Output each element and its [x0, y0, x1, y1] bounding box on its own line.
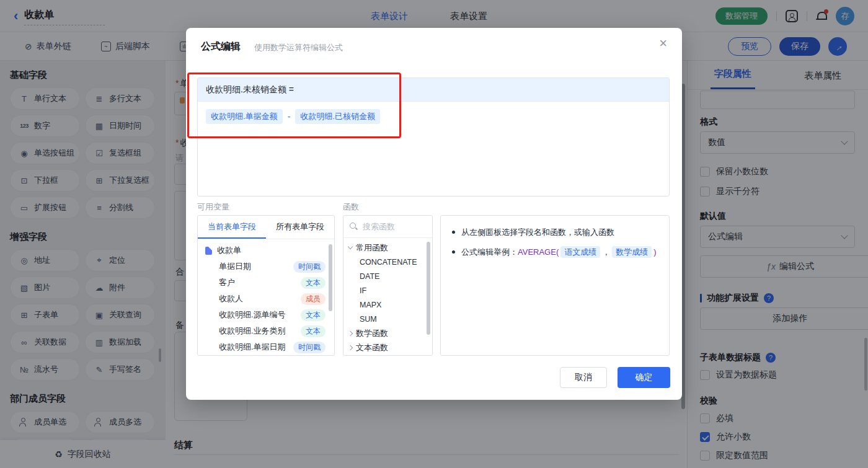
function-group-common[interactable]: 常用函数: [343, 241, 432, 255]
function-group-math[interactable]: 数学函数: [343, 326, 432, 340]
type-badge: 成员: [301, 293, 326, 305]
modal-subtitle: 使用数学运算符编辑公式: [254, 42, 343, 53]
variables-panel: 当前表单字段 所有表单字段 收款单 单据日期时间戳 客户文本 收款人成员 收款明…: [197, 215, 335, 356]
bullet-icon: [452, 250, 455, 254]
variables-scrollbar[interactable]: [329, 244, 332, 311]
function-item[interactable]: MAPX: [343, 298, 432, 312]
formula-target-row: 收款明细.未核销金额 =: [198, 78, 669, 102]
function-item[interactable]: CONCATENATE: [343, 255, 432, 269]
formula-editor-modal: 公式编辑 使用数学运算符编辑公式 × 收款明细.未核销金额 = 收款明细.单据金…: [186, 28, 682, 400]
function-item[interactable]: DATE: [343, 269, 432, 283]
cancel-button[interactable]: 取消: [560, 367, 607, 388]
variables-label: 可用变量: [197, 201, 229, 213]
example-separator: ，: [602, 247, 610, 257]
example-function-close: ): [653, 247, 656, 257]
chevron-right-icon: [348, 330, 353, 335]
function-item[interactable]: SUM: [343, 312, 432, 326]
type-badge: 时间戳: [293, 261, 326, 273]
variable-row[interactable]: 收款明细.单据日期时间戳: [198, 339, 334, 355]
modal-title: 公式编辑: [201, 40, 241, 53]
document-icon: [205, 247, 212, 255]
formula-field-token[interactable]: 收款明细.单据金额: [206, 109, 283, 124]
tab-current-form-fields[interactable]: 当前表单字段: [198, 216, 266, 239]
tip-line: 从左侧面板选择字段名和函数，或输入函数: [452, 226, 658, 239]
functions-panel: 常用函数 CONCATENATE DATE IF MAPX SUM 数学函数 文…: [343, 215, 433, 356]
tip-example-line: 公式编辑举例：AVERAGE(语文成绩，数学成绩): [452, 245, 658, 259]
variable-row[interactable]: 客户文本: [198, 275, 334, 291]
chevron-down-icon: [348, 244, 353, 249]
bullet-icon: [452, 231, 455, 234]
functions-label: 函数: [343, 201, 359, 213]
type-badge: 文本: [301, 325, 326, 337]
formula-operator[interactable]: -: [288, 112, 291, 121]
functions-scrollbar[interactable]: [427, 242, 430, 335]
formula-editor-area[interactable]: 收款明细.未核销金额 = 收款明细.单据金额 - 收款明细.已核销金额: [197, 77, 670, 196]
function-search[interactable]: [343, 216, 432, 238]
chevron-right-icon: [348, 345, 353, 350]
close-icon[interactable]: ×: [659, 37, 667, 50]
example-function-open: AVERAGE(: [518, 247, 559, 257]
search-icon: [350, 223, 358, 231]
variable-row[interactable]: 收款明细.业务类别文本: [198, 323, 334, 339]
type-badge: 文本: [301, 277, 326, 289]
variable-row[interactable]: 收款明细.源单编号文本: [198, 307, 334, 323]
variable-row[interactable]: 收款人成员: [198, 291, 334, 307]
formula-expression[interactable]: 收款明细.单据金额 - 收款明细.已核销金额: [198, 102, 669, 131]
form-designer-app: ‹ 收款单 表单设计 表单设置 数据管理 存 ⊘ 表单外链 ~ 后端脚本: [0, 0, 868, 468]
variable-tree-root[interactable]: 收款单: [198, 242, 334, 258]
function-group-text[interactable]: 文本函数: [343, 340, 432, 355]
tips-panel: 从左侧面板选择字段名和函数，或输入函数 公式编辑举例：AVERAGE(语文成绩，…: [440, 215, 670, 356]
formula-field-token[interactable]: 收款明细.已核销金额: [295, 109, 380, 124]
variable-row[interactable]: 单据日期时间戳: [198, 258, 334, 275]
confirm-button[interactable]: 确定: [618, 367, 670, 388]
example-field-chip: 语文成绩: [560, 246, 600, 258]
tab-all-form-fields[interactable]: 所有表单字段: [266, 216, 334, 239]
example-field-chip: 数学成绩: [612, 246, 652, 258]
type-badge: 时间戳: [293, 342, 326, 353]
type-badge: 文本: [301, 309, 326, 321]
function-search-input[interactable]: [363, 222, 426, 231]
function-item[interactable]: IF: [343, 283, 432, 298]
tip-example-prefix: 公式编辑举例：: [461, 247, 518, 257]
